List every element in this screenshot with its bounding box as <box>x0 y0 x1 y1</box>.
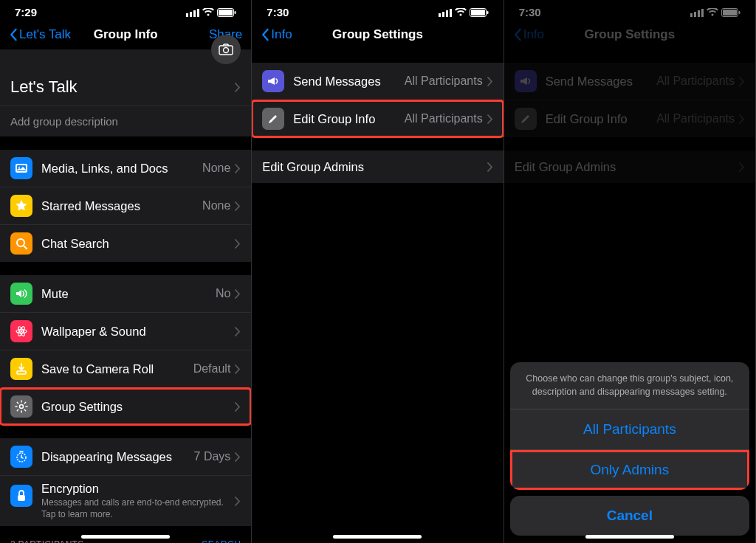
nav-title: Group Settings <box>332 27 423 42</box>
sheet-option-only-admins[interactable]: Only Admins <box>510 450 749 490</box>
row-value: None <box>202 162 230 175</box>
chevron-right-icon <box>235 83 241 92</box>
svg-rect-26 <box>471 10 485 15</box>
chevron-right-icon <box>487 114 493 124</box>
chevron-right-icon <box>487 162 493 172</box>
row-label: Mute <box>41 287 216 301</box>
group-settings-row[interactable]: Group Settings <box>0 388 251 425</box>
row-value: Default <box>193 362 231 376</box>
home-indicator[interactable] <box>333 535 422 539</box>
svg-rect-17 <box>17 371 26 374</box>
svg-rect-24 <box>450 9 452 17</box>
save-camera-roll-row[interactable]: Save to Camera Roll Default <box>0 350 251 388</box>
chat-search-row[interactable]: Chat Search <box>0 225 251 262</box>
wallpaper-sound-row[interactable]: Wallpaper & Sound <box>0 313 251 350</box>
participants-count: 2 PARTICIPANTS <box>10 539 84 543</box>
row-label: Group Settings <box>41 400 235 414</box>
atom-icon <box>10 320 32 342</box>
star-icon <box>10 195 32 217</box>
svg-rect-0 <box>186 13 188 17</box>
row-value: 7 Days <box>194 450 231 463</box>
chevron-left-icon <box>261 28 269 41</box>
chevron-right-icon <box>235 402 241 412</box>
lock-icon <box>10 485 32 507</box>
participants-search-button[interactable]: SEARCH <box>202 539 241 543</box>
chevron-right-icon <box>235 239 241 249</box>
sheet-message: Choose who can change this group's subje… <box>510 362 749 409</box>
pane-group-info: 7:29 Let's Talk Group Info Share Let's T… <box>0 0 252 543</box>
starred-messages-row[interactable]: Starred Messages None <box>0 187 251 225</box>
svg-rect-6 <box>235 11 236 14</box>
edit-group-admins-row[interactable]: Edit Group Admins <box>252 151 503 183</box>
nav-bar: Info Group Settings <box>252 21 503 49</box>
group-description-row[interactable]: Add group description <box>0 106 251 136</box>
row-label: Disappearing Messages <box>41 450 194 464</box>
mute-row[interactable]: Mute No <box>0 275 251 313</box>
status-icons <box>439 8 489 17</box>
sheet-cancel-button[interactable]: Cancel <box>510 496 749 536</box>
svg-rect-23 <box>446 10 448 17</box>
chevron-right-icon <box>487 77 493 86</box>
sheet-option-all-participants[interactable]: All Participants <box>510 409 749 450</box>
edit-group-info-row[interactable]: Edit Group Info All Participants <box>252 100 503 137</box>
action-sheet: Choose who can change this group's subje… <box>510 362 749 536</box>
svg-rect-3 <box>197 9 199 17</box>
row-value: All Participants <box>405 75 483 88</box>
megaphone-icon <box>262 70 284 92</box>
row-label: Wallpaper & Sound <box>41 325 235 339</box>
row-label: Encryption <box>41 482 235 496</box>
row-value: All Participants <box>405 112 483 125</box>
row-label: Edit Group Info <box>293 112 405 126</box>
row-label: Edit Group Admins <box>262 160 487 174</box>
disappearing-messages-row[interactable]: Disappearing Messages 7 Days <box>0 438 251 476</box>
row-value: No <box>216 287 230 300</box>
chevron-right-icon <box>235 164 241 173</box>
media-links-docs-row[interactable]: Media, Links, and Docs None <box>0 150 251 187</box>
send-messages-row[interactable]: Send Messages All Participants <box>252 63 503 100</box>
row-label: Media, Links, and Docs <box>41 162 202 176</box>
nav-title: Group Info <box>94 27 158 42</box>
status-bar: 7:29 <box>0 0 251 21</box>
group-name-row[interactable]: Let's Talk <box>0 69 251 106</box>
pencil-icon <box>262 108 284 130</box>
row-subtitle: Messages and calls are end-to-end encryp… <box>41 497 235 520</box>
gear-icon <box>10 395 32 418</box>
camera-icon <box>219 44 233 55</box>
svg-point-8 <box>224 48 229 53</box>
pane-group-settings-sheet: 7:30 Info Group Settings Send Messages A… <box>504 0 756 543</box>
status-time: 7:30 <box>267 6 289 18</box>
status-time: 7:29 <box>15 6 37 18</box>
svg-rect-21 <box>439 13 441 17</box>
back-button[interactable]: Let's Talk <box>9 27 71 42</box>
chevron-right-icon <box>235 289 241 299</box>
camera-button[interactable] <box>211 35 241 64</box>
encryption-row[interactable]: Encryption Messages and calls are end-to… <box>0 476 251 526</box>
photos-icon <box>10 157 32 179</box>
home-indicator[interactable] <box>81 535 170 539</box>
svg-rect-2 <box>193 10 196 17</box>
pane-group-settings: 7:30 Info Group Settings Send Messages A… <box>252 0 504 543</box>
download-icon <box>10 358 32 380</box>
row-label: Send Messages <box>293 75 405 89</box>
row-label: Chat Search <box>41 237 235 251</box>
chevron-right-icon <box>235 327 241 336</box>
svg-rect-27 <box>487 11 488 14</box>
chevron-right-icon <box>235 452 241 462</box>
group-name: Let's Talk <box>10 77 78 97</box>
back-button[interactable]: Info <box>261 27 292 42</box>
timer-icon <box>10 446 32 468</box>
chevron-right-icon <box>235 497 241 506</box>
svg-point-11 <box>18 167 20 168</box>
svg-point-18 <box>20 405 24 409</box>
row-label: Starred Messages <box>41 199 202 213</box>
chevron-right-icon <box>235 201 241 211</box>
svg-rect-1 <box>190 12 192 17</box>
chevron-right-icon <box>235 364 241 374</box>
home-indicator[interactable] <box>585 535 674 539</box>
status-bar: 7:30 <box>252 0 503 21</box>
row-label: Save to Camera Roll <box>41 362 193 376</box>
speaker-icon <box>10 283 32 305</box>
svg-rect-20 <box>18 495 25 501</box>
status-icons <box>186 8 236 17</box>
svg-point-13 <box>21 331 23 333</box>
